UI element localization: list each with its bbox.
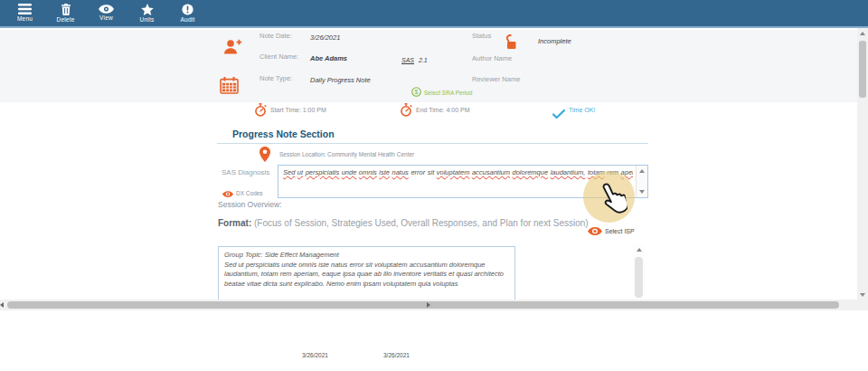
check-icon <box>552 106 565 122</box>
scrollbar-corner <box>857 300 868 310</box>
status-value: Incomplete <box>538 37 571 45</box>
reviewer-name-label: Reviewer Name <box>472 75 520 83</box>
format-hint-block: Format: (Focus of Session, Strategies Us… <box>218 218 601 229</box>
dx-codes-button[interactable]: DX Codes <box>222 185 263 201</box>
units-label: Units <box>140 17 155 24</box>
select-isp-button[interactable]: Select ISP <box>588 223 635 239</box>
scrollbar-thumb[interactable] <box>635 257 643 298</box>
format-hint-text: (Focus of Session, Strategies Used, Over… <box>251 218 588 228</box>
status-label: Status <box>472 32 491 40</box>
menu-label: Menu <box>17 16 33 23</box>
delete-button[interactable]: Delete <box>45 0 86 26</box>
select-sra-label: Select SRA Period <box>424 90 472 96</box>
time-ok-status: Time OK! <box>569 107 595 113</box>
audit-icon <box>182 4 193 15</box>
footer-date-left: 3/26/2021 <box>302 352 328 358</box>
progress-note-app: Menu Delete View Units Audit <box>0 0 868 371</box>
scroll-left-icon[interactable] <box>0 302 4 308</box>
vertical-scrollbar[interactable] <box>857 28 868 300</box>
format-label: Format: <box>218 218 251 228</box>
note-date-value[interactable]: 3/26/2021 <box>310 33 340 42</box>
select-isp-label: Select ISP <box>605 228 635 234</box>
start-time-value[interactable]: Start Time: 1:00 PM <box>270 107 326 113</box>
eye-icon <box>222 185 233 201</box>
eye-icon <box>588 223 602 239</box>
end-time-value[interactable]: End Time: 4:00 PM <box>416 107 470 113</box>
svg-text:$: $ <box>415 89 419 95</box>
trash-icon <box>61 4 71 15</box>
view-button[interactable]: View <box>86 0 127 26</box>
note-type-value[interactable]: Daily Progress Note <box>310 76 371 84</box>
progress-note-textarea[interactable]: Group Topic: Side Effect Management Sed … <box>218 246 515 302</box>
delete-label: Delete <box>57 17 75 24</box>
client-add-icon <box>223 38 242 60</box>
scroll-right-icon[interactable] <box>427 302 430 308</box>
sas-label: SAS <box>401 57 414 63</box>
unlock-icon[interactable] <box>503 34 517 53</box>
units-button[interactable]: Units <box>127 0 167 26</box>
stopwatch-icon <box>400 103 412 120</box>
note-date-label: Note Date: <box>259 32 292 40</box>
horizontal-scrollbar-thumb[interactable] <box>7 301 839 309</box>
scroll-up-icon[interactable] <box>637 248 642 252</box>
client-name-label: Client Name: <box>259 52 298 61</box>
scroll-up-button[interactable] <box>857 28 868 39</box>
audit-button[interactable]: Audit <box>167 0 208 26</box>
footer-date-right: 3/26/2021 <box>383 352 410 358</box>
calendar-icon <box>220 77 239 98</box>
toolbar: Menu Delete View Units Audit <box>0 0 868 28</box>
sas-diagnosis-textarea[interactable]: Sedutperspiciatisundeomnisistenatuserror… <box>278 165 648 198</box>
note-panel-scrollbar[interactable] <box>633 245 645 300</box>
audit-label: Audit <box>181 17 195 24</box>
star-icon <box>141 4 154 15</box>
view-label: View <box>99 15 113 22</box>
note-body-text: Sed ut perspiciatis unde omnis iste natu… <box>224 261 509 290</box>
section-divider <box>217 143 648 144</box>
scroll-down-icon[interactable] <box>639 190 645 194</box>
sas-diagnosis-label: SAS Diagnosis <box>222 168 269 176</box>
menu-icon <box>18 4 32 14</box>
client-name-value[interactable]: Abe Adams <box>310 54 347 62</box>
session-location-value[interactable]: Session Location: Community Mental Healt… <box>279 151 414 157</box>
scroll-up-icon[interactable] <box>639 169 645 173</box>
location-pin-icon <box>259 147 270 166</box>
session-overview-label: Session Overview: <box>218 200 281 209</box>
group-topic-line: Group Topic: Side Effect Management <box>224 251 509 261</box>
sas-diagnosis-text: Sedutperspiciatisundeomnisistenatuserror… <box>283 167 633 195</box>
section-title: Progress Note Section <box>232 128 335 139</box>
vertical-scrollbar-thumb[interactable] <box>859 41 866 98</box>
author-name-label: Author Name <box>472 54 512 62</box>
note-type-label: Note Type: <box>259 74 292 82</box>
dollar-circle-icon: $ <box>411 84 421 100</box>
select-sra-button[interactable]: $ Select SRA Period <box>411 84 472 100</box>
eye-icon <box>99 5 114 14</box>
dx-codes-label: DX Codes <box>236 190 263 196</box>
stopwatch-icon <box>254 103 267 120</box>
sas-diagnosis-scrollbar[interactable] <box>636 166 647 197</box>
sas-version-value: 2.1 <box>419 57 428 63</box>
horizontal-scrollbar[interactable] <box>0 300 857 310</box>
menu-button[interactable]: Menu <box>5 0 45 26</box>
